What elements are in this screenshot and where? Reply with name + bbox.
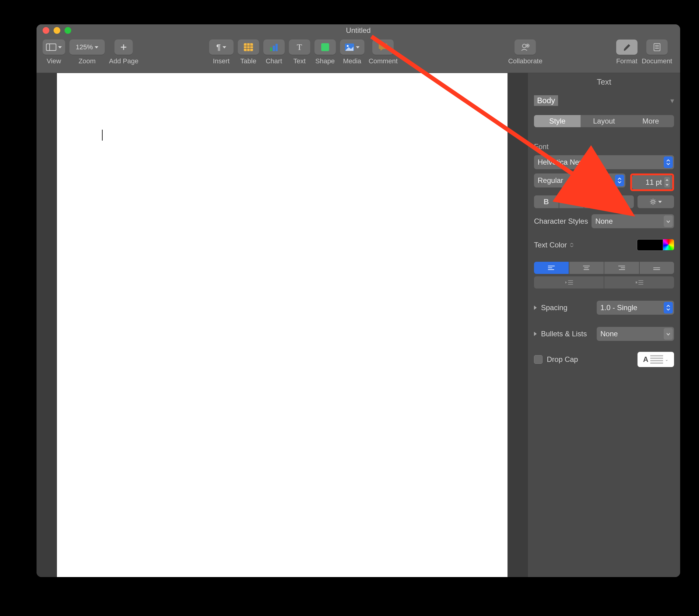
chart-button[interactable] (263, 40, 285, 55)
tab-layout[interactable]: Layout (581, 115, 627, 127)
character-styles-label: Character Styles (534, 217, 588, 226)
align-right-button[interactable] (604, 262, 639, 274)
align-center-icon (583, 265, 590, 270)
add-page-group: Add Page (109, 40, 139, 65)
align-center-button[interactable] (569, 262, 604, 274)
align-right-icon (618, 265, 625, 270)
bullets-select[interactable]: None (597, 327, 674, 341)
svg-point-15 (523, 44, 526, 48)
dropcap-label: Drop Cap (547, 355, 578, 364)
zoom-window-button[interactable] (65, 27, 71, 34)
document-group: Document (642, 40, 672, 65)
stepper-icon (615, 175, 624, 186)
chevron-down-icon (664, 328, 673, 340)
dropcap-style-button[interactable]: A ⌄ (637, 352, 674, 367)
tab-style[interactable]: Style (534, 115, 581, 127)
strikethrough-button[interactable]: S (609, 196, 634, 208)
font-family-select[interactable]: Helvetica Neue (534, 155, 674, 169)
disclosure-triangle-icon[interactable] (534, 306, 537, 310)
text-group: T Text (289, 40, 310, 65)
font-size-highlight: 11 pt (630, 173, 674, 191)
media-label: Media (343, 57, 361, 65)
gear-icon (650, 198, 656, 205)
svg-rect-0 (46, 44, 56, 51)
disclosure-triangle-icon[interactable] (534, 332, 537, 336)
bold-button[interactable]: B (534, 196, 559, 208)
svg-line-30 (651, 203, 652, 204)
font-weight-value: Regular (538, 176, 563, 185)
underline-button[interactable]: U (584, 196, 609, 208)
advanced-font-options-button[interactable] (637, 196, 674, 208)
font-section-label: Font (534, 143, 674, 151)
collaborate-button[interactable] (515, 40, 536, 55)
insert-label: Insert (213, 57, 229, 65)
add-page-button[interactable] (115, 40, 133, 55)
dropcap-checkbox[interactable] (534, 355, 542, 364)
table-icon (244, 43, 253, 51)
chevron-down-icon (356, 46, 359, 49)
insert-button[interactable]: ¶ (209, 40, 234, 55)
decrease-indent-button[interactable] (534, 276, 604, 289)
inspector-title: Text (534, 77, 674, 87)
text-color-well[interactable] (637, 239, 663, 251)
comment-group: Comment (369, 40, 398, 65)
view-label: View (47, 57, 61, 65)
tab-more[interactable]: More (628, 115, 674, 127)
dropcap-preview-icon: A (643, 355, 648, 364)
align-left-icon (548, 265, 555, 270)
font-family-value: Helvetica Neue (538, 158, 587, 166)
lines-icon (650, 355, 663, 364)
text-cursor (102, 130, 103, 140)
document-area[interactable] (37, 73, 528, 577)
chart-label: Chart (266, 57, 282, 65)
format-label: Format (616, 57, 637, 65)
page[interactable] (57, 73, 507, 577)
svg-point-13 (347, 45, 348, 47)
paragraph-style-picker[interactable]: Body ▾ (534, 95, 674, 106)
svg-line-28 (651, 200, 652, 201)
italic-button[interactable]: I (559, 196, 584, 208)
media-group: Media (340, 40, 365, 65)
bullets-label: Bullets & Lists (541, 330, 587, 338)
text-button[interactable]: T (289, 40, 310, 55)
zoom-button[interactable]: 125% (69, 40, 105, 55)
spacing-select[interactable]: 1.0 - Single (597, 301, 674, 315)
zoom-value: 125% (76, 43, 93, 51)
align-justify-button[interactable] (639, 262, 674, 274)
increase-indent-button[interactable] (604, 276, 674, 289)
font-size-field[interactable]: 11 pt (632, 175, 672, 189)
format-button[interactable] (616, 40, 637, 55)
minimize-window-button[interactable] (54, 27, 60, 34)
close-window-button[interactable] (43, 27, 49, 34)
document-button[interactable] (646, 40, 668, 55)
spacing-value: 1.0 - Single (601, 304, 637, 312)
character-styles-select[interactable]: None (592, 214, 674, 228)
font-weight-select[interactable]: Regular (534, 173, 625, 187)
inspector-tabs: Style Layout More (534, 115, 674, 127)
svg-rect-10 (273, 46, 275, 51)
chevron-down-icon: ⌄ (665, 357, 669, 362)
chevron-down-icon (95, 46, 98, 49)
color-picker-button[interactable] (663, 239, 674, 250)
chevron-down-icon: ▾ (670, 96, 674, 105)
zoom-label: Zoom (79, 57, 96, 65)
view-button[interactable] (43, 40, 65, 55)
align-left-button[interactable] (534, 262, 569, 274)
svg-line-29 (654, 203, 655, 204)
chart-group: Chart (263, 40, 285, 65)
window-controls (43, 27, 71, 34)
comment-button[interactable] (372, 40, 394, 55)
shape-label: Shape (315, 57, 335, 65)
font-size-stepper[interactable] (664, 177, 670, 187)
text-icon: T (297, 42, 302, 52)
stepper-icon (664, 157, 673, 168)
shape-button[interactable] (315, 40, 336, 55)
media-icon (345, 43, 354, 51)
media-button[interactable] (340, 40, 365, 55)
table-button[interactable] (238, 40, 259, 55)
plus-icon (120, 43, 127, 51)
titlebar: Untitled (37, 24, 680, 37)
text-label: Text (293, 57, 305, 65)
svg-rect-14 (379, 43, 387, 49)
sidebar-layout-icon (46, 43, 56, 51)
